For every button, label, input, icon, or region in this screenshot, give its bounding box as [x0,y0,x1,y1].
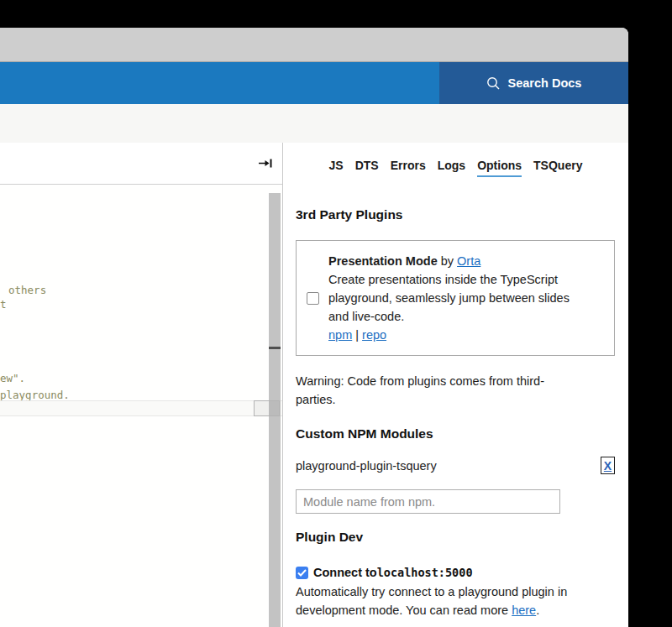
tab-js[interactable]: JS [329,158,344,177]
plugin-links: npm | repo [328,326,585,344]
current-line-highlight [0,400,282,416]
connect-localhost-row: Connect to localhost:5000 [296,566,615,579]
search-docs-button[interactable]: Search Docs [439,62,628,104]
third-party-plugins-heading: 3rd Party Plugins [296,206,615,222]
tab-tsquery[interactable]: TSQuery [533,158,582,177]
plugin-npm-link[interactable]: npm [328,328,352,342]
module-remove-button[interactable]: X [601,457,615,474]
module-list-item: playground-plugin-tsquery X [296,456,615,475]
tab-dts[interactable]: DTS [355,158,379,177]
sidebar-tabs: JS DTS Errors Logs Options TSQuery [283,143,628,177]
plugin-title: Presentation Mode [328,254,438,268]
editor-header [0,143,282,185]
custom-npm-modules-heading: Custom NPM Modules [296,426,615,442]
plugin-enable-checkbox[interactable] [307,292,319,305]
module-name: playground-plugin-tsquery [296,459,437,473]
browser-titlebar [0,28,628,62]
code-line: others [8,284,46,296]
playground-window: Search Docs others t ew". playground. [0,28,628,627]
search-icon [486,76,501,91]
read-more-here-link[interactable]: here [512,603,536,617]
plugin-dev-description: Automatically try connect to a playgroun… [296,583,608,619]
checkmark-icon [297,569,307,577]
tab-logs[interactable]: Logs [438,158,465,177]
plugin-dev-heading: Plugin Dev [296,529,615,545]
connect-localhost-checkbox[interactable] [296,567,308,579]
tab-errors[interactable]: Errors [391,158,426,177]
line-highlight-box [254,400,280,416]
plugin-by-label: by [438,254,457,268]
dev-desc-period: . [536,603,539,617]
sidebar-content: 3rd Party Plugins Presentation Mode by O… [283,206,628,619]
tab-options[interactable]: Options [477,158,522,177]
plugin-card: Presentation Mode by Orta Create present… [296,240,615,356]
plugin-title-line: Presentation Mode by Orta [328,252,585,270]
plugin-author-link[interactable]: Orta [457,254,480,268]
tab-indent-icon[interactable] [258,158,273,169]
plugins-warning-text: Warning: Code from plugins comes from th… [296,372,573,409]
code-line: ew". [0,372,25,384]
search-docs-label: Search Docs [508,76,582,90]
plugin-description: Create presentations inside the TypeScri… [328,270,585,326]
plugin-repo-link[interactable]: repo [362,328,386,342]
code-editor[interactable]: others t ew". playground. [0,185,282,627]
main-content: others t ew". playground. JS DTS Errors … [0,143,628,627]
editor-pane: others t ew". playground. [0,143,283,627]
playground-toolbar [0,104,628,143]
connect-label: Connect to [313,566,377,579]
site-navbar: Search Docs [0,62,628,104]
sidebar-panel: JS DTS Errors Logs Options TSQuery 3rd P… [283,143,628,627]
code-line: t [0,298,7,311]
connect-host: localhost:5000 [377,566,473,579]
link-separator: | [352,328,362,342]
overview-ruler-mark [269,347,281,349]
module-name-input[interactable] [296,489,560,514]
plugin-card-text: Presentation Mode by Orta Create present… [328,252,585,344]
code-line: playground. [0,389,70,401]
